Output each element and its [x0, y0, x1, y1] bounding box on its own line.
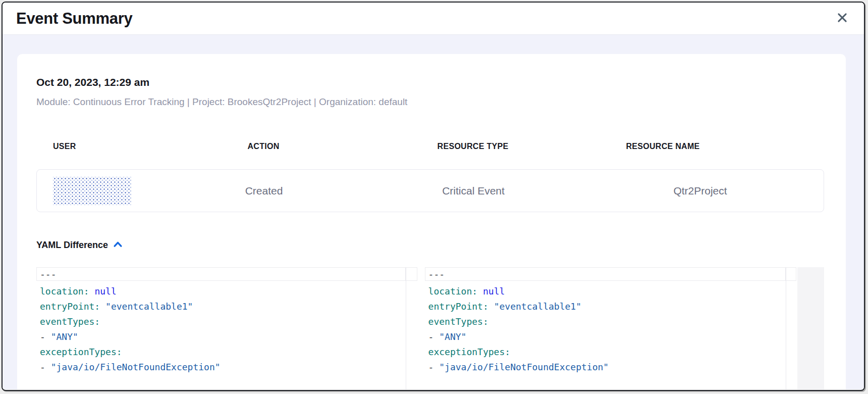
table-header-row: USER ACTION RESOURCE TYPE RESOURCE NAME: [36, 142, 824, 151]
diff-pane-right[interactable]: --- location: nullentryPoint: "eventcall…: [425, 267, 824, 389]
chevron-up-icon[interactable]: [113, 240, 123, 250]
code-line: - "java/io/FileNotFoundException": [36, 360, 406, 375]
event-meta: Module: Continuous Error Tracking | Proj…: [36, 96, 824, 108]
diff-left-first-line: ---: [36, 267, 406, 281]
code-line: exceptionTypes:: [36, 344, 406, 360]
code-token: ---: [40, 269, 57, 279]
column-header-user: USER: [36, 142, 157, 151]
yaml-difference-toggle[interactable]: YAML Difference: [36, 240, 123, 251]
diff-right-gutter-box: [786, 267, 796, 281]
code-token: entryPoint:: [40, 301, 100, 312]
event-timestamp: Oct 20, 2023, 12:29 am: [36, 76, 824, 88]
code-line: - "ANY": [425, 329, 786, 344]
column-header-resource-type: RESOURCE TYPE: [369, 142, 576, 151]
event-summary-modal: Event Summary Oct 20, 2023, 12:29 am Mod…: [2, 2, 865, 391]
code-token: "eventcallable1": [105, 301, 193, 312]
code-token: -: [40, 362, 51, 372]
code-line: ---: [428, 268, 445, 280]
code-line: - "java/io/FileNotFoundException": [425, 360, 786, 375]
user-cell: [37, 177, 158, 205]
code-token: entryPoint:: [428, 301, 489, 312]
diff-left-code-area: --- location: nullentryPoint: "eventcall…: [36, 267, 406, 389]
diff-right-code-area: --- location: nullentryPoint: "eventcall…: [425, 267, 786, 389]
modal-title: Event Summary: [16, 10, 132, 28]
code-line: eventTypes:: [36, 314, 406, 329]
code-token: -: [40, 331, 51, 342]
column-header-action: ACTION: [157, 142, 369, 151]
diff-right-gutter: [786, 267, 796, 389]
code-token: -: [428, 362, 440, 372]
diff-right-code-body: location: nullentryPoint: "eventcallable…: [425, 284, 786, 375]
code-token: location:: [428, 286, 478, 297]
code-token: [489, 301, 494, 312]
yaml-diff-container: --- location: nullentryPoint: "eventcall…: [36, 267, 824, 389]
code-token: null: [483, 286, 505, 297]
code-line: exceptionTypes:: [425, 344, 786, 360]
code-token: location:: [40, 286, 89, 297]
code-line: entryPoint: "eventcallable1": [36, 299, 406, 314]
code-line: location: null: [425, 284, 786, 299]
code-token: -: [428, 331, 440, 342]
code-line: entryPoint: "eventcallable1": [425, 299, 786, 314]
code-token: [477, 286, 483, 297]
modal-body: Oct 20, 2023, 12:29 am Module: Continuou…: [3, 35, 864, 389]
resource-name-cell: Qtr2Project: [577, 185, 824, 197]
code-line: eventTypes:: [425, 314, 786, 329]
yaml-difference-label: YAML Difference: [36, 240, 108, 251]
diff-left-gutter-box: [406, 267, 417, 281]
event-card: Oct 20, 2023, 12:29 am Module: Continuou…: [17, 54, 846, 389]
code-token: "eventcallable1": [494, 301, 581, 312]
code-token: exceptionTypes:: [40, 347, 122, 357]
code-line: location: null: [36, 284, 406, 299]
diff-left-code-body: location: nullentryPoint: "eventcallable…: [36, 284, 406, 375]
diff-left-gutter: [406, 267, 417, 389]
code-line: ---: [40, 268, 57, 280]
code-token: [89, 286, 95, 297]
diff-right-scrollbar-track[interactable]: [797, 267, 824, 389]
action-cell: Created: [158, 185, 370, 197]
code-token: null: [94, 286, 116, 297]
table-row: Created Critical Event Qtr2Project: [36, 169, 824, 212]
code-token: eventTypes:: [428, 316, 489, 327]
code-token: [100, 301, 105, 312]
diff-pane-left[interactable]: --- location: nullentryPoint: "eventcall…: [36, 267, 417, 389]
code-token: eventTypes:: [40, 316, 100, 327]
code-token: exceptionTypes:: [428, 347, 511, 357]
redacted-user-value: [53, 177, 131, 205]
code-token: "ANY": [439, 331, 466, 342]
code-token: ---: [428, 269, 445, 279]
column-header-resource-name: RESOURCE NAME: [576, 142, 824, 151]
code-token: "ANY": [51, 331, 78, 342]
code-token: "java/io/FileNotFoundException": [51, 362, 221, 372]
x-icon: [837, 12, 848, 25]
diff-right-first-line: ---: [425, 267, 786, 281]
code-line: - "ANY": [36, 329, 406, 344]
code-token: "java/io/FileNotFoundException": [439, 362, 609, 372]
modal-header: Event Summary: [3, 3, 864, 35]
close-button[interactable]: [834, 10, 851, 27]
resource-type-cell: Critical Event: [370, 185, 577, 197]
